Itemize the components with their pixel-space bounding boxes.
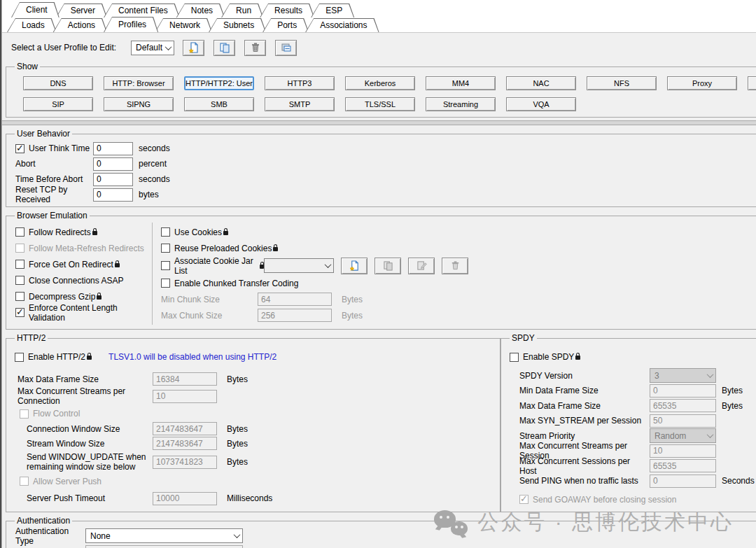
show-button-streaming[interactable]: Streaming [426,97,496,111]
show-button-nfs[interactable]: NFS [587,76,657,90]
server-push-timeout-input [153,492,217,505]
spdy-title: SPDY [510,333,537,343]
watermark-text: 公众号 · 思博伦技术中心 [477,508,734,537]
show-button-smb[interactable]: SMB [184,97,254,111]
delete-cookie-jar-button [442,258,468,274]
show-button-nac[interactable]: NAC [506,76,576,90]
window-left-edge [1,0,2,548]
spdy-max-concurrent-sessions-input [650,459,716,472]
spdy-send-ping-input [650,475,716,488]
show-button-smtp[interactable]: SMTP [265,97,335,111]
show-button-vqa[interactable]: VQA [506,97,576,111]
chevron-down-icon [707,371,714,378]
min-chunk-input [258,293,332,306]
tab-run[interactable]: Run [221,3,263,17]
secondary-tab-row: Loads Actions Profiles Network Subnets P… [1,17,756,33]
enforce-content-length-checkbox[interactable] [15,308,24,317]
chunked-transfer-checkbox[interactable] [161,279,170,288]
window-export-icon [281,42,292,53]
tab-results[interactable]: Results [260,3,314,17]
spdy-group: SPDY Enable SPDY SPDY Version 3 Min Data… [500,333,756,512]
lock-icon [575,356,580,360]
flow-control-row: Flow Control [13,406,494,421]
allow-server-push-row: Allow Server Push [13,474,494,489]
reuse-preloaded-cookies-checkbox[interactable] [161,244,170,253]
show-button-proxy[interactable]: Proxy [667,76,737,90]
follow-redirects-checkbox[interactable] [15,227,24,237]
browser-emulation-right-column: Use Cookies Reuse Preloaded Cookies Asso… [153,223,756,325]
tab-network[interactable]: Network [155,18,212,32]
tab-client[interactable]: Client [11,2,59,17]
authentication-type-select[interactable]: None [85,528,243,543]
profile-select[interactable]: Default [131,41,174,55]
abort-input[interactable] [93,157,133,171]
copy-pages-icon [219,42,230,53]
http2-group: HTTP/2 Enable HTTP/2 TLSV1.0 will be dis… [6,333,500,512]
primary-tab-row: Client Server Content Files Notes Run Re… [1,2,756,17]
cookie-jar-checkbox[interactable] [161,261,170,270]
copy-profile-button[interactable] [214,40,235,56]
spdy-version-select: 3 [650,368,716,383]
http2-tls-note: TLSV1.0 will be disabled when using HTTP… [108,352,276,362]
browser-emulation-title: Browser Emulation [15,211,90,220]
lock-icon [97,295,102,300]
show-button-http-http2-user[interactable]: HTTP/HTTP2: User [184,76,254,90]
enforce-content-length-row: Enforce Content Length Validation [15,304,152,321]
reset-tcp-input[interactable] [93,188,133,202]
show-button-clipped[interactable] [748,76,756,90]
tab-esp[interactable]: ESP [311,3,354,17]
new-cookie-jar-button[interactable] [341,258,368,274]
use-cookies-checkbox[interactable] [161,227,170,237]
chevron-down-icon [234,531,241,538]
decompress-gzip-checkbox[interactable] [15,292,24,301]
follow-redirects-row: Follow Redirects [15,224,152,240]
close-connections-asap-checkbox[interactable] [15,276,24,285]
tab-notes[interactable]: Notes [176,3,225,17]
new-profile-button[interactable] [183,40,204,56]
show-button-sipng[interactable]: SIPNG [104,97,174,111]
cookie-jar-row: Associate Cookie Jar List [161,256,756,275]
force-get-on-redirect-row: Force Get On Redirect [15,256,152,272]
show-button-dns[interactable]: DNS [23,76,93,90]
abort-row: Abort percent [13,156,756,171]
show-button-mm4[interactable]: MM4 [426,76,496,90]
http2-title: HTTP/2 [15,333,48,343]
max-data-frame-size-row: Max Data Frame Size Bytes [13,372,494,386]
show-button-http-browser[interactable]: HTTP: Browser [104,76,174,90]
tab-content-files[interactable]: Content Files [104,3,180,17]
tab-ports[interactable]: Ports [262,18,309,32]
user-think-time-checkbox[interactable] [15,144,24,153]
enable-spdy-checkbox[interactable] [510,353,519,362]
show-button-http3[interactable]: HTTP3 [265,76,335,90]
tab-associations[interactable]: Associations [305,18,379,32]
cookie-jar-select[interactable] [264,258,334,273]
username-row: Username [13,544,756,548]
show-button-sip[interactable]: SIP [23,97,93,111]
spdy-max-concurrent-streams-input [650,444,716,458]
follow-meta-refresh-checkbox [15,244,24,253]
show-button-tls-ssl[interactable]: TLS/SSL [345,97,415,111]
chevron-down-icon [165,43,172,50]
delete-profile-button[interactable] [244,40,266,56]
enable-http2-checkbox[interactable] [15,353,24,362]
tab-profiles[interactable]: Profiles [104,17,158,32]
tab-actions[interactable]: Actions [53,18,107,32]
show-row-2: SIP SIPNG SMB SMTP TLS/SSL Streaming VQA [13,92,756,113]
force-get-on-redirect-checkbox[interactable] [15,260,24,269]
watermark: 公众号 · 思博伦技术中心 [434,508,734,537]
tab-loads[interactable]: Loads [7,18,57,32]
max-concurrent-streams-input [153,390,217,403]
tab-subnets[interactable]: Subnets [209,18,266,32]
user-think-time-input[interactable] [93,142,133,155]
tab-server[interactable]: Server [56,3,107,17]
spdy-send-ping-row: Send PING when no traffic lasts Seconds [508,474,755,489]
trash-icon [250,42,261,53]
stream-window-size-input [153,437,217,450]
spdy-version-row: SPDY Version 3 [508,368,755,384]
time-before-abort-input[interactable] [93,173,133,186]
chevron-down-icon [325,261,332,268]
show-button-kerberos[interactable]: Kerberos [345,76,415,90]
server-push-timeout-row: Server Push Timeout Milliseconds [13,491,494,506]
chunked-transfer-row: Enable Chunked Transfer Coding [161,275,756,291]
export-profile-button[interactable] [275,40,297,56]
